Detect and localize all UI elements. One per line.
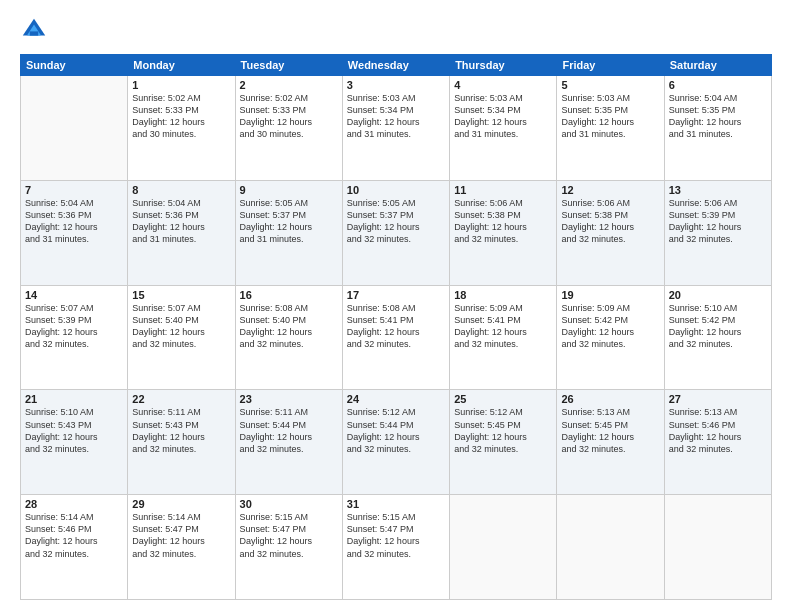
day-info: Sunrise: 5:06 AMSunset: 5:38 PMDaylight:… [454,197,552,246]
calendar-cell: 7Sunrise: 5:04 AMSunset: 5:36 PMDaylight… [21,180,128,285]
day-number: 4 [454,79,552,91]
day-number: 6 [669,79,767,91]
calendar-cell: 13Sunrise: 5:06 AMSunset: 5:39 PMDayligh… [664,180,771,285]
calendar-cell [450,495,557,600]
day-number: 31 [347,498,445,510]
day-info: Sunrise: 5:05 AMSunset: 5:37 PMDaylight:… [347,197,445,246]
calendar-cell: 11Sunrise: 5:06 AMSunset: 5:38 PMDayligh… [450,180,557,285]
day-number: 16 [240,289,338,301]
calendar-cell: 2Sunrise: 5:02 AMSunset: 5:33 PMDaylight… [235,76,342,181]
calendar-cell: 28Sunrise: 5:14 AMSunset: 5:46 PMDayligh… [21,495,128,600]
day-info: Sunrise: 5:07 AMSunset: 5:40 PMDaylight:… [132,302,230,351]
day-info: Sunrise: 5:11 AMSunset: 5:44 PMDaylight:… [240,406,338,455]
weekday-header: Wednesday [342,55,449,76]
day-number: 7 [25,184,123,196]
day-number: 24 [347,393,445,405]
calendar-cell: 23Sunrise: 5:11 AMSunset: 5:44 PMDayligh… [235,390,342,495]
day-number: 8 [132,184,230,196]
weekday-header: Thursday [450,55,557,76]
calendar-cell [557,495,664,600]
day-info: Sunrise: 5:05 AMSunset: 5:37 PMDaylight:… [240,197,338,246]
weekday-header: Sunday [21,55,128,76]
calendar-cell: 21Sunrise: 5:10 AMSunset: 5:43 PMDayligh… [21,390,128,495]
calendar-cell: 24Sunrise: 5:12 AMSunset: 5:44 PMDayligh… [342,390,449,495]
svg-rect-2 [30,31,38,35]
day-number: 21 [25,393,123,405]
day-info: Sunrise: 5:04 AMSunset: 5:35 PMDaylight:… [669,92,767,141]
calendar-cell: 18Sunrise: 5:09 AMSunset: 5:41 PMDayligh… [450,285,557,390]
day-info: Sunrise: 5:13 AMSunset: 5:46 PMDaylight:… [669,406,767,455]
calendar-cell: 1Sunrise: 5:02 AMSunset: 5:33 PMDaylight… [128,76,235,181]
calendar-table: SundayMondayTuesdayWednesdayThursdayFrid… [20,54,772,600]
calendar-week-row: 21Sunrise: 5:10 AMSunset: 5:43 PMDayligh… [21,390,772,495]
day-info: Sunrise: 5:12 AMSunset: 5:44 PMDaylight:… [347,406,445,455]
day-number: 9 [240,184,338,196]
day-info: Sunrise: 5:08 AMSunset: 5:40 PMDaylight:… [240,302,338,351]
day-info: Sunrise: 5:06 AMSunset: 5:38 PMDaylight:… [561,197,659,246]
day-number: 2 [240,79,338,91]
calendar-week-row: 1Sunrise: 5:02 AMSunset: 5:33 PMDaylight… [21,76,772,181]
weekday-header: Tuesday [235,55,342,76]
day-info: Sunrise: 5:02 AMSunset: 5:33 PMDaylight:… [132,92,230,141]
day-number: 12 [561,184,659,196]
day-number: 28 [25,498,123,510]
day-info: Sunrise: 5:13 AMSunset: 5:45 PMDaylight:… [561,406,659,455]
day-info: Sunrise: 5:10 AMSunset: 5:42 PMDaylight:… [669,302,767,351]
calendar-cell: 29Sunrise: 5:14 AMSunset: 5:47 PMDayligh… [128,495,235,600]
weekday-header: Friday [557,55,664,76]
calendar-week-row: 7Sunrise: 5:04 AMSunset: 5:36 PMDaylight… [21,180,772,285]
day-number: 13 [669,184,767,196]
day-number: 15 [132,289,230,301]
calendar-cell: 19Sunrise: 5:09 AMSunset: 5:42 PMDayligh… [557,285,664,390]
calendar-cell [664,495,771,600]
calendar-cell: 6Sunrise: 5:04 AMSunset: 5:35 PMDaylight… [664,76,771,181]
day-info: Sunrise: 5:06 AMSunset: 5:39 PMDaylight:… [669,197,767,246]
calendar-cell: 8Sunrise: 5:04 AMSunset: 5:36 PMDaylight… [128,180,235,285]
day-number: 3 [347,79,445,91]
calendar-cell: 14Sunrise: 5:07 AMSunset: 5:39 PMDayligh… [21,285,128,390]
weekday-header: Monday [128,55,235,76]
day-number: 5 [561,79,659,91]
day-info: Sunrise: 5:03 AMSunset: 5:34 PMDaylight:… [347,92,445,141]
day-info: Sunrise: 5:03 AMSunset: 5:34 PMDaylight:… [454,92,552,141]
day-info: Sunrise: 5:09 AMSunset: 5:41 PMDaylight:… [454,302,552,351]
calendar-cell: 5Sunrise: 5:03 AMSunset: 5:35 PMDaylight… [557,76,664,181]
day-info: Sunrise: 5:15 AMSunset: 5:47 PMDaylight:… [240,511,338,560]
page: SundayMondayTuesdayWednesdayThursdayFrid… [0,0,792,612]
day-number: 25 [454,393,552,405]
day-info: Sunrise: 5:15 AMSunset: 5:47 PMDaylight:… [347,511,445,560]
calendar-cell: 12Sunrise: 5:06 AMSunset: 5:38 PMDayligh… [557,180,664,285]
calendar-cell: 25Sunrise: 5:12 AMSunset: 5:45 PMDayligh… [450,390,557,495]
day-number: 1 [132,79,230,91]
day-number: 27 [669,393,767,405]
calendar-cell: 27Sunrise: 5:13 AMSunset: 5:46 PMDayligh… [664,390,771,495]
day-number: 23 [240,393,338,405]
day-number: 20 [669,289,767,301]
day-info: Sunrise: 5:14 AMSunset: 5:47 PMDaylight:… [132,511,230,560]
day-number: 18 [454,289,552,301]
calendar-cell [21,76,128,181]
calendar-cell: 31Sunrise: 5:15 AMSunset: 5:47 PMDayligh… [342,495,449,600]
day-info: Sunrise: 5:11 AMSunset: 5:43 PMDaylight:… [132,406,230,455]
logo [20,16,52,44]
calendar-cell: 10Sunrise: 5:05 AMSunset: 5:37 PMDayligh… [342,180,449,285]
day-info: Sunrise: 5:04 AMSunset: 5:36 PMDaylight:… [25,197,123,246]
calendar-week-row: 28Sunrise: 5:14 AMSunset: 5:46 PMDayligh… [21,495,772,600]
day-number: 29 [132,498,230,510]
day-info: Sunrise: 5:03 AMSunset: 5:35 PMDaylight:… [561,92,659,141]
calendar-cell: 3Sunrise: 5:03 AMSunset: 5:34 PMDaylight… [342,76,449,181]
calendar-cell: 20Sunrise: 5:10 AMSunset: 5:42 PMDayligh… [664,285,771,390]
day-info: Sunrise: 5:09 AMSunset: 5:42 PMDaylight:… [561,302,659,351]
weekday-header: Saturday [664,55,771,76]
day-info: Sunrise: 5:04 AMSunset: 5:36 PMDaylight:… [132,197,230,246]
calendar-week-row: 14Sunrise: 5:07 AMSunset: 5:39 PMDayligh… [21,285,772,390]
day-info: Sunrise: 5:02 AMSunset: 5:33 PMDaylight:… [240,92,338,141]
day-info: Sunrise: 5:07 AMSunset: 5:39 PMDaylight:… [25,302,123,351]
calendar-cell: 9Sunrise: 5:05 AMSunset: 5:37 PMDaylight… [235,180,342,285]
calendar-cell: 22Sunrise: 5:11 AMSunset: 5:43 PMDayligh… [128,390,235,495]
calendar-cell: 26Sunrise: 5:13 AMSunset: 5:45 PMDayligh… [557,390,664,495]
day-number: 17 [347,289,445,301]
day-info: Sunrise: 5:08 AMSunset: 5:41 PMDaylight:… [347,302,445,351]
day-number: 14 [25,289,123,301]
calendar-cell: 30Sunrise: 5:15 AMSunset: 5:47 PMDayligh… [235,495,342,600]
